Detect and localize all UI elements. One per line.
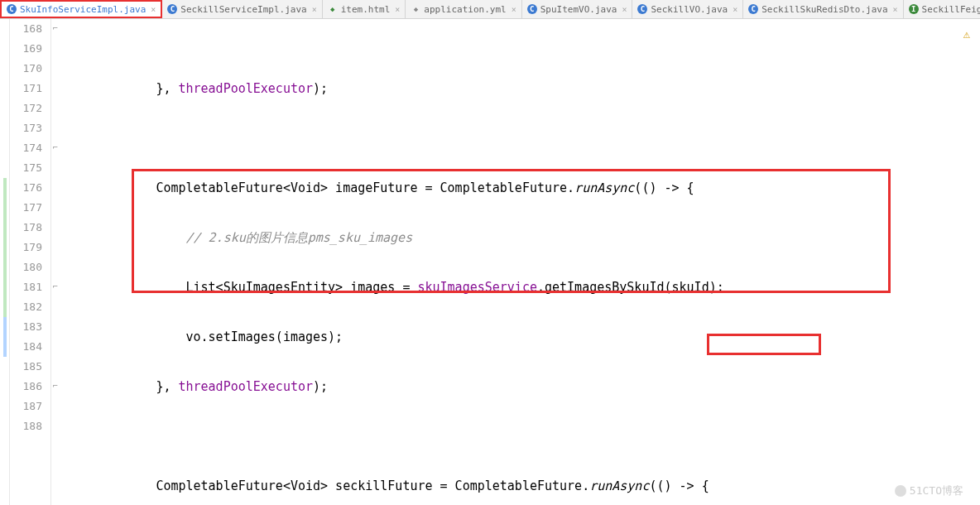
tab-label: SeckillSkuRedisDto.java [761, 4, 887, 15]
tab-SeckillServiceImpl[interactable]: C SeckillServiceImpl.java × [162, 0, 322, 18]
line-number: 171 [10, 79, 42, 99]
vcs-change-marker [3, 297, 7, 317]
line-number: 168 [10, 19, 42, 39]
tab-SeckillFeignService[interactable]: I SeckillFeignService.java × [904, 0, 980, 18]
tab-SpuItemVO[interactable]: C SpuItemVO.java × [522, 0, 633, 18]
line-number: 175 [10, 158, 42, 178]
java-class-icon: C [637, 4, 647, 14]
tab-SeckillSkuRedisDto[interactable]: C SeckillSkuRedisDto.java × [743, 0, 903, 18]
close-icon[interactable]: × [310, 5, 317, 14]
line-number: 176 [10, 178, 42, 198]
html-icon: ◆ [328, 4, 338, 14]
fold-end-icon[interactable]: ⌐ [53, 142, 58, 152]
tab-application-yml[interactable]: ◆ application.yml × [406, 0, 521, 18]
vcs-change-marker [3, 218, 7, 238]
java-class-icon: C [7, 4, 17, 14]
line-number: 177 [10, 198, 42, 218]
java-class-icon: C [167, 4, 177, 14]
code-line: CompletableFuture<Void> imageFuture = Co… [66, 178, 980, 198]
close-icon[interactable]: × [620, 5, 627, 14]
java-class-icon: C [748, 4, 758, 14]
yml-icon: ◆ [411, 4, 420, 14]
warning-icon[interactable]: ⚠ [963, 27, 970, 41]
code-line: }, threadPoolExecutor); [66, 377, 980, 397]
line-number: 174 [10, 138, 42, 158]
line-number: 187 [10, 397, 42, 416]
line-number: 183 [10, 317, 42, 337]
java-class-icon: C [527, 4, 537, 14]
tab-SkuInfoServiceImpl[interactable]: C SkuInfoServiceImpl.java × [0, 0, 162, 18]
fold-end-icon[interactable]: ⌐ [53, 23, 58, 32]
editor-area: 1681691701711721731741751761771781791801… [0, 19, 980, 505]
close-icon[interactable]: × [393, 5, 400, 14]
vcs-change-marker [3, 277, 7, 297]
line-number: 170 [10, 59, 42, 79]
editor-tabs-bar: C SkuInfoServiceImpl.java × C SeckillSer… [0, 0, 980, 19]
code-line: // 2.sku的图片信息pms_sku_images [66, 228, 980, 248]
tab-label: application.yml [424, 4, 506, 15]
vcs-change-marker [3, 257, 7, 277]
fold-column: ⌐ ⌐ ⌐ ⌐ [51, 19, 63, 505]
code-line: vo.setImages(images); [66, 327, 980, 347]
line-number: 173 [10, 118, 42, 138]
fold-end-icon[interactable]: ⌐ [53, 281, 58, 291]
code-line: CompletableFuture<Void> seckillFuture = … [66, 476, 980, 496]
tab-label: SeckillVO.java [651, 4, 728, 15]
code-content[interactable]: ⚠ }, threadPoolExecutor); CompletableFut… [63, 19, 980, 505]
close-icon[interactable]: × [891, 5, 898, 14]
vcs-change-marker [3, 238, 7, 257]
vcs-change-marker [3, 178, 7, 198]
tab-label: SeckillServiceImpl.java [180, 4, 306, 15]
tab-item-html[interactable]: ◆ item.html × [323, 0, 406, 18]
tab-label: SkuInfoServiceImpl.java [20, 4, 146, 15]
code-line: }, threadPoolExecutor); [66, 79, 980, 99]
line-number: 169 [10, 39, 42, 59]
tab-label: item.html [341, 4, 391, 15]
java-interface-icon: I [909, 4, 919, 14]
code-line [66, 128, 980, 148]
tab-SeckillVO[interactable]: C SeckillVO.java × [632, 0, 743, 18]
line-number: 180 [10, 257, 42, 277]
line-number: 182 [10, 297, 42, 317]
line-number-gutter: 1681691701711721731741751761771781791801… [10, 19, 51, 505]
tab-label: SeckillFeignService.java [922, 4, 980, 15]
line-number: 185 [10, 357, 42, 377]
watermark: 51CTO博客 [895, 483, 963, 498]
vcs-change-marker [3, 317, 7, 337]
fold-end-icon[interactable]: ⌐ [53, 381, 58, 390]
watermark-logo-icon [895, 485, 906, 497]
line-number: 178 [10, 218, 42, 238]
code-line: List<SkuImagesEntity> images = skuImages… [66, 277, 980, 297]
vcs-change-marker [3, 198, 7, 218]
line-number: 186 [10, 377, 42, 397]
vcs-change-marker [3, 337, 7, 357]
code-line [66, 426, 980, 446]
line-number: 181 [10, 277, 42, 297]
tab-label: SpuItemVO.java [540, 4, 617, 15]
close-icon[interactable]: × [149, 5, 156, 14]
line-number: 184 [10, 337, 42, 357]
line-number: 179 [10, 238, 42, 257]
line-number: 188 [10, 416, 42, 436]
close-icon[interactable]: × [731, 5, 737, 14]
close-icon[interactable]: × [510, 5, 516, 14]
line-number: 172 [10, 99, 42, 118]
